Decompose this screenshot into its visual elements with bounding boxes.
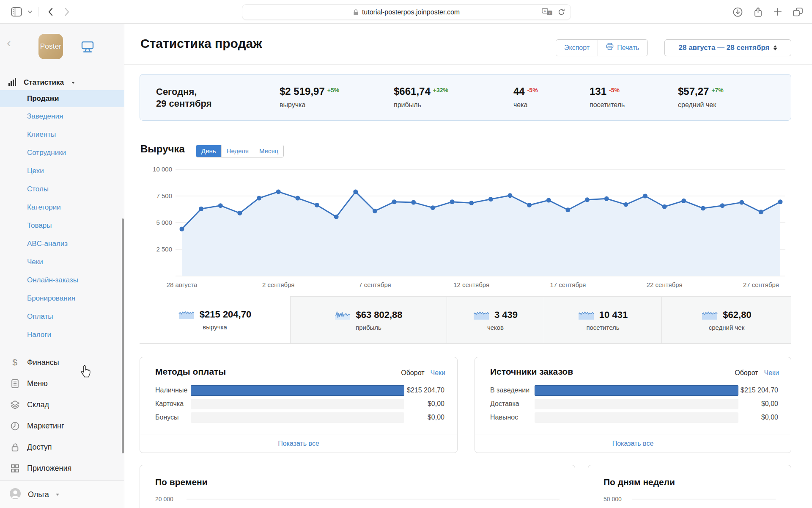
browser-chrome: tutorial-posterpos.joinposter.com Ax	[0, 0, 812, 24]
sidebar-item[interactable]: Бронирования	[0, 289, 124, 307]
sidebar-item[interactable]: Заведения	[0, 107, 124, 125]
today-date: Сегодня, 29 сентября	[156, 86, 212, 110]
sidebar-section-statistics[interactable]: Статистика	[8, 75, 75, 90]
print-button[interactable]: Печать	[598, 40, 647, 56]
sidebar-item[interactable]: Продажи	[0, 90, 124, 107]
today-stat: $661,74+32%прибыль	[394, 86, 448, 109]
dollar-icon: $	[9, 357, 20, 367]
metric-value: $62,80	[723, 309, 751, 320]
user-menu[interactable]: Ольга	[0, 480, 124, 508]
collapse-sidebar-icon[interactable]: ‹	[7, 36, 11, 49]
sidebar-section-label: Меню	[27, 379, 48, 388]
sidebar: ‹ Poster Статистика ПродажиЗаведенияКлие…	[0, 24, 124, 508]
revenue-tab[interactable]: Неделя	[221, 145, 254, 157]
stat-value: $57,27	[678, 86, 709, 97]
sidebar-item[interactable]: Онлайн-заказы	[0, 271, 124, 289]
summary-metric[interactable]: $215 204,70выручка	[140, 296, 290, 343]
bar-track	[535, 412, 738, 423]
stat-label: посетитель	[590, 101, 625, 109]
sidebar-item[interactable]: ABC-анализ	[0, 235, 124, 253]
sparkline-area-icon	[578, 310, 594, 320]
summary-metric[interactable]: $62,80средний чек	[661, 296, 791, 343]
export-button[interactable]: Экспорт	[556, 40, 598, 56]
sidebar-item[interactable]: Клиенты	[0, 125, 124, 144]
sidebar-section-label: Статистика	[24, 78, 64, 87]
axis-tick: 20 000	[155, 496, 173, 502]
poster-logo[interactable]: Poster	[38, 34, 63, 59]
sidebar-item[interactable]: Товары	[0, 216, 124, 235]
back-icon[interactable]	[48, 8, 53, 16]
reload-icon[interactable]	[557, 8, 565, 16]
toggle-turnover[interactable]: Оборот	[401, 369, 424, 377]
summary-metric[interactable]: $63 802,88прибыль	[290, 296, 447, 343]
translate-icon[interactable]: Ax	[542, 8, 553, 16]
revenue-tab[interactable]: День	[196, 145, 221, 157]
sidebar-toggle-icon[interactable]	[11, 7, 22, 17]
sidebar-scrollbar[interactable]	[122, 218, 124, 453]
chevron-down-icon[interactable]	[28, 11, 32, 14]
printer-icon	[606, 40, 614, 56]
sidebar-section[interactable]: Маркетинг	[0, 415, 124, 436]
downloads-icon[interactable]	[733, 7, 743, 17]
toggle-receipts[interactable]: Чеки	[764, 369, 779, 377]
sidebar-section[interactable]: Доступ	[0, 436, 124, 458]
by-time-card: По времени 20 000	[140, 465, 575, 508]
stat-label: выручка	[280, 101, 339, 109]
svg-text:A: A	[544, 9, 546, 13]
sidebar-section[interactable]: $Финансы	[0, 352, 124, 373]
new-tab-icon[interactable]	[774, 8, 782, 16]
summary-metrics-row: $215 204,70выручка$63 802,88прибыль3 439…	[140, 296, 791, 344]
address-bar[interactable]: tutorial-posterpos.joinposter.com Ax	[242, 4, 571, 20]
show-all-link[interactable]: Показать все	[475, 434, 791, 453]
bar-value: $0,00	[428, 414, 444, 421]
stat-value: 44	[513, 86, 525, 97]
sidebar-item[interactable]: Категории	[0, 198, 124, 216]
metric-label: средний чек	[709, 324, 745, 331]
sidebar-item[interactable]: Оплаты	[0, 307, 124, 326]
user-name: Ольга	[28, 490, 49, 499]
svg-text:17 сентября: 17 сентября	[550, 281, 586, 288]
summary-metric[interactable]: 10 431посетитель	[544, 296, 661, 343]
sidebar-item[interactable]: Чеки	[0, 253, 124, 271]
stat-delta: +7%	[711, 87, 723, 94]
svg-text:12 сентября: 12 сентября	[453, 281, 489, 288]
sidebar-item[interactable]: Столы	[0, 180, 124, 198]
bar-value: $0,00	[428, 400, 444, 408]
metric-label: посетитель	[586, 324, 619, 331]
stat-value: $661,74	[394, 86, 431, 97]
bar-label: В заведении	[490, 387, 529, 394]
bar-label: Навынос	[490, 414, 518, 421]
sidebar-section[interactable]: Приложения	[0, 458, 124, 479]
toggle-receipts[interactable]: Чеки	[431, 369, 446, 377]
revenue-tab[interactable]: Месяц	[254, 145, 283, 157]
sidebar-section-label: Доступ	[27, 443, 52, 452]
bar-value: $0,00	[761, 400, 778, 408]
gridline	[187, 499, 560, 500]
date-range-text: 28 августа — 28 сентября	[679, 44, 770, 52]
bar-row: Карточка$0,00	[140, 399, 457, 409]
sidebar-section[interactable]: Склад	[0, 394, 124, 415]
metric-label: выручка	[203, 323, 227, 331]
date-range-selector[interactable]: 28 августа — 28 сентября	[664, 39, 791, 56]
page-title: Статистика продаж	[140, 36, 262, 51]
sidebar-item[interactable]: Сотрудники	[0, 144, 124, 162]
toggle-turnover[interactable]: Оборот	[735, 369, 758, 377]
metric-label: чеков	[487, 324, 504, 331]
sidebar-section-label: Маркетинг	[27, 422, 64, 431]
share-icon[interactable]	[754, 7, 763, 17]
bar-label: Наличные	[155, 387, 187, 394]
forward-icon[interactable]	[65, 8, 70, 16]
tabs-overview-icon[interactable]	[793, 8, 803, 17]
summary-metric[interactable]: 3 439чеков	[447, 296, 544, 343]
sidebar-item[interactable]: Цехи	[0, 162, 124, 180]
layers-icon	[9, 400, 20, 409]
today-stat: $57,27+7%средний чек	[678, 86, 724, 109]
bar-value: $215 204,70	[741, 387, 778, 394]
show-all-link[interactable]: Показать все	[140, 434, 457, 453]
pos-terminal-icon[interactable]	[80, 41, 95, 55]
stat-value: 131	[590, 86, 606, 97]
sidebar-section[interactable]: Меню	[0, 373, 124, 394]
sidebar-item[interactable]: Налоги	[0, 326, 124, 344]
bar-row: Наличные$215 204,70	[140, 385, 457, 396]
lock-icon	[353, 9, 359, 16]
